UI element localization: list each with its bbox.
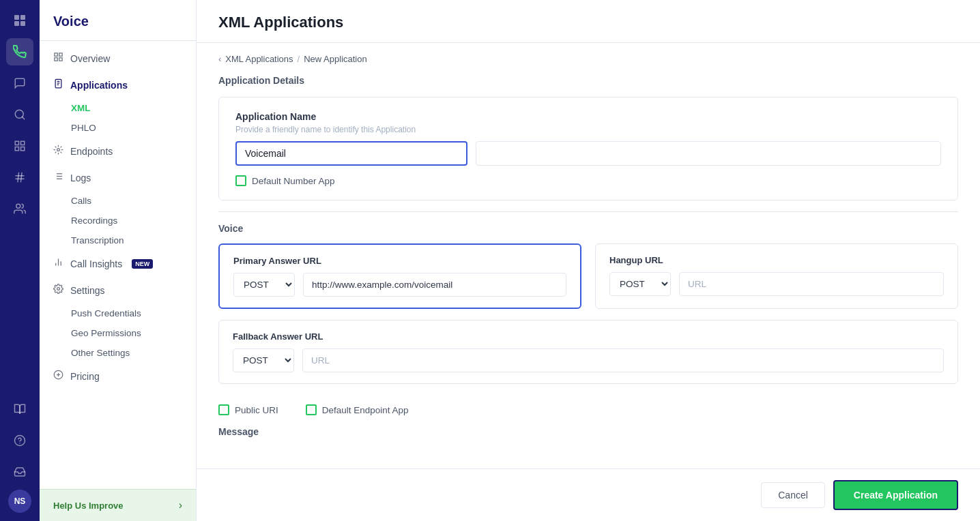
new-badge: NEW: [132, 259, 153, 269]
primary-method-select[interactable]: POST GET: [233, 273, 295, 297]
pricing-icon: [53, 370, 63, 383]
sidebar-item-logs[interactable]: Logs: [40, 164, 196, 191]
endpoints-icon: [53, 145, 63, 158]
svg-rect-19: [59, 58, 62, 61]
hangup-url-label: Hangup URL: [609, 255, 944, 265]
public-uri-label: Public URI: [235, 405, 278, 415]
primary-url-input[interactable]: [303, 273, 566, 297]
sidebar-item-call-insights[interactable]: Call Insights NEW: [40, 250, 196, 277]
svg-rect-2: [14, 21, 19, 26]
book-icon[interactable]: [6, 396, 33, 423]
sidebar: Voice Overview Applications XML PHLO End…: [40, 0, 197, 521]
sidebar-item-overview[interactable]: Overview: [40, 45, 196, 72]
svg-point-13: [16, 204, 20, 208]
applications-label: Applications: [70, 80, 128, 91]
hangup-url-row: POST GET: [609, 272, 944, 296]
endpoints-label: Endpoints: [70, 146, 113, 157]
sidebar-item-settings[interactable]: Settings: [40, 277, 196, 303]
sidebar-item-pricing[interactable]: Pricing: [40, 363, 196, 389]
svg-rect-17: [59, 53, 62, 56]
avatar[interactable]: NS: [8, 490, 31, 513]
pricing-label: Pricing: [70, 371, 100, 382]
phone-icon[interactable]: [6, 38, 33, 65]
app-name-input-secondary[interactable]: [476, 141, 941, 166]
svg-line-12: [21, 173, 23, 182]
hash-icon[interactable]: [6, 164, 33, 191]
url-grid: Primary Answer URL POST GET Hangup URL P…: [218, 243, 958, 320]
hangup-url-card: Hangup URL POST GET: [595, 243, 958, 309]
main-content: XML Applications ‹ XML Applications / Ne…: [197, 0, 980, 521]
default-endpoint-checkbox[interactable]: [306, 404, 317, 415]
sidebar-item-endpoints[interactable]: Endpoints: [40, 138, 196, 164]
default-number-app-row: Default Number App: [235, 175, 941, 186]
svg-rect-1: [20, 15, 25, 20]
chat-icon[interactable]: [6, 70, 33, 97]
app-name-hint: Provide a friendly name to identify this…: [235, 125, 941, 134]
sidebar-item-recordings[interactable]: Recordings: [40, 211, 196, 230]
insights-icon: [53, 257, 63, 270]
sidebar-item-xml[interactable]: XML: [40, 98, 196, 118]
app-name-label: Application Name: [235, 111, 941, 122]
sidebar-item-other-settings[interactable]: Other Settings: [40, 343, 196, 363]
svg-rect-8: [21, 147, 25, 151]
help-label: Help Us Improve: [53, 501, 124, 511]
breadcrumb-parent[interactable]: XML Applications: [225, 54, 293, 64]
default-endpoint-label: Default Endpoint App: [322, 405, 409, 415]
sidebar-item-applications[interactable]: Applications: [40, 72, 196, 98]
settings-label: Settings: [70, 285, 105, 296]
create-application-button[interactable]: Create Application: [833, 480, 958, 510]
hangup-method-select[interactable]: POST GET: [609, 272, 671, 296]
svg-line-11: [18, 173, 19, 182]
svg-rect-3: [20, 21, 25, 26]
breadcrumb: ‹ XML Applications / New Application: [218, 43, 958, 72]
hangup-url-input[interactable]: [679, 272, 944, 296]
fallback-answer-url-label: Fallback Answer URL: [233, 331, 944, 342]
sidebar-item-push-credentials[interactable]: Push Credentials: [40, 303, 196, 323]
list-icon[interactable]: [6, 132, 33, 160]
main-body: ‹ XML Applications / New Application App…: [197, 43, 980, 468]
fallback-url-row: POST GET: [233, 348, 944, 372]
app-name-input[interactable]: [235, 141, 467, 166]
sidebar-item-transcription[interactable]: Transcription: [40, 230, 196, 250]
default-endpoint-row: Default Endpoint App: [306, 404, 409, 415]
fallback-url-input[interactable]: [302, 348, 944, 372]
applications-icon: [53, 78, 63, 91]
sidebar-item-phlo[interactable]: PHLO: [40, 118, 196, 138]
app-name-row: [235, 141, 941, 166]
svg-rect-5: [15, 141, 18, 145]
public-uri-checkbox[interactable]: [218, 404, 229, 415]
call-insights-label: Call Insights: [70, 258, 122, 269]
sidebar-title: Voice: [40, 0, 196, 41]
fallback-method-select[interactable]: POST GET: [233, 348, 294, 372]
fallback-url-card: Fallback Answer URL POST GET: [218, 320, 958, 384]
sidebar-item-calls[interactable]: Calls: [40, 191, 196, 211]
default-number-app-checkbox[interactable]: [235, 175, 246, 186]
svg-rect-18: [55, 58, 57, 61]
public-uri-row: Public URI: [218, 404, 278, 415]
help-banner[interactable]: Help Us Improve ›: [40, 489, 196, 521]
help-circle-icon[interactable]: [6, 427, 33, 454]
message-section-title: Message: [218, 426, 958, 437]
svg-rect-6: [21, 141, 25, 145]
logs-icon: [53, 171, 63, 184]
primary-answer-url-card: Primary Answer URL POST GET: [218, 243, 581, 309]
sidebar-item-geo-permissions[interactable]: Geo Permissions: [40, 323, 196, 343]
chevron-right-icon: ›: [179, 499, 182, 511]
overview-icon: [53, 52, 63, 65]
application-details-title: Application Details: [218, 75, 958, 86]
search-icon[interactable]: [6, 101, 33, 128]
svg-rect-7: [15, 147, 18, 151]
svg-point-24: [57, 149, 60, 151]
footer-actions: Cancel Create Application: [197, 468, 980, 521]
svg-rect-0: [14, 15, 19, 20]
page-title: XML Applications: [218, 14, 958, 31]
icon-bar: NS: [0, 0, 40, 521]
inbox-icon[interactable]: [6, 458, 33, 486]
overview-label: Overview: [70, 53, 110, 64]
primary-answer-url-label: Primary Answer URL: [233, 256, 566, 266]
svg-point-34: [57, 288, 60, 291]
cancel-button[interactable]: Cancel: [761, 482, 825, 508]
settings-icon: [53, 284, 63, 297]
grid-icon[interactable]: [6, 7, 33, 34]
contacts-icon[interactable]: [6, 195, 33, 222]
